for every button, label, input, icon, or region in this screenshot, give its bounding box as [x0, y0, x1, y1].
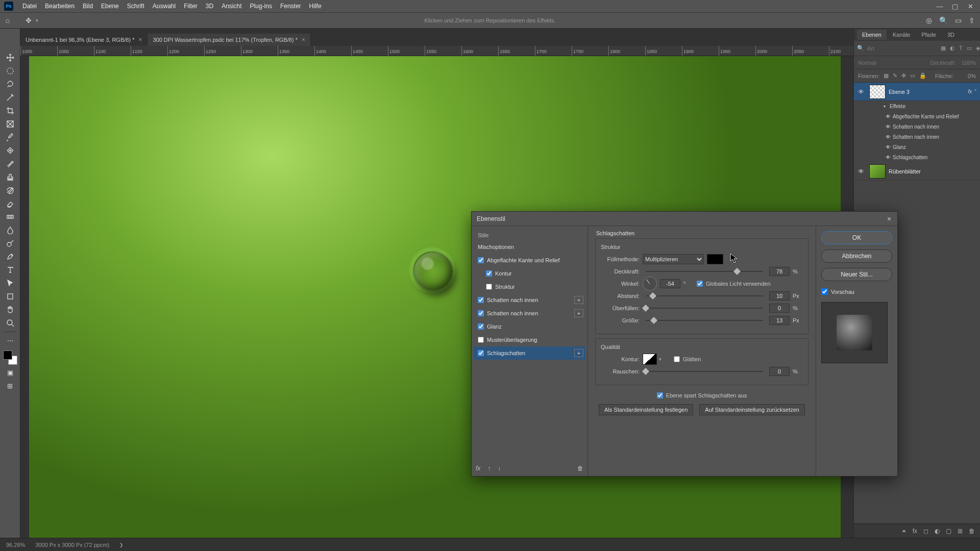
style-checkbox[interactable] — [486, 270, 492, 277]
layer-style-icon[interactable]: fx — [913, 528, 917, 535]
ok-button[interactable]: OK — [821, 231, 892, 244]
target-icon[interactable]: ◎ — [926, 16, 932, 24]
frame-tool[interactable] — [3, 117, 17, 131]
tab-close-icon[interactable]: × — [302, 36, 305, 43]
layer-effect-item[interactable]: 👁Glanz — [854, 142, 980, 152]
marquee-tool[interactable] — [3, 64, 17, 78]
foreground-background-colors[interactable] — [3, 350, 17, 365]
layer-row[interactable]: 👁Rübenblätter — [854, 162, 980, 181]
panel-tab-3d[interactable]: 3D — [942, 30, 960, 40]
spread-input[interactable] — [769, 304, 790, 313]
filter-type-icon[interactable]: T — [959, 45, 963, 52]
close-button[interactable]: ✕ — [963, 0, 978, 12]
style-list-item[interactable]: Schatten nach innen+ — [474, 307, 585, 320]
layer-effect-item[interactable]: 👁Schatten nach innen — [854, 121, 980, 132]
spread-slider[interactable] — [646, 305, 763, 312]
pen-tool[interactable] — [3, 250, 17, 263]
shadow-color-swatch[interactable] — [707, 254, 723, 264]
link-layers-icon[interactable]: ⚭ — [901, 528, 906, 535]
style-list-item[interactable]: Schatten nach innen+ — [474, 293, 585, 307]
add-style-instance-button[interactable]: + — [574, 349, 583, 357]
opacity-input[interactable] — [958, 60, 976, 66]
move-tool-indicator[interactable]: ✥ — [22, 14, 35, 27]
gradient-tool[interactable] — [3, 210, 17, 223]
opacity-slider[interactable] — [646, 268, 763, 275]
document-tab[interactable]: 300 DPI Wassertropfen.psdc bei 117% (Tro… — [148, 34, 311, 46]
dialog-close-button[interactable]: × — [884, 214, 894, 224]
document-info[interactable]: 3000 Px x 3000 Px (72 ppcm) — [35, 542, 109, 548]
menu-hilfe[interactable]: Hilfe — [305, 0, 326, 12]
search-icon[interactable]: 🔍 — [939, 16, 948, 24]
zoom-level[interactable]: 96.26% — [6, 542, 25, 548]
antialias-checkbox[interactable] — [674, 356, 680, 362]
document-tab[interactable]: Unbenannt-1 bei 96,3% (Ebene 3, RGB/8) *… — [20, 34, 148, 46]
reset-default-button[interactable]: Auf Standardeinstellung zurücksetzen — [699, 404, 805, 415]
minimize-button[interactable]: — — [932, 0, 947, 12]
status-chevron-icon[interactable]: ❯ — [119, 542, 124, 547]
move-tool[interactable] — [3, 51, 17, 64]
menu-schrift[interactable]: Schrift — [123, 0, 149, 12]
dodge-tool[interactable] — [3, 237, 17, 250]
add-style-instance-button[interactable]: + — [574, 309, 583, 317]
distance-slider[interactable] — [646, 292, 763, 299]
blur-tool[interactable] — [3, 223, 17, 237]
home-button[interactable]: ⌂ — [0, 16, 15, 24]
preview-checkbox[interactable] — [821, 288, 828, 295]
lock-position-icon[interactable]: ✥ — [901, 72, 906, 79]
size-slider[interactable] — [646, 317, 763, 324]
style-list-item[interactable]: Struktur — [474, 280, 585, 293]
fx-badge[interactable]: fx ˅ — [968, 89, 976, 94]
make-default-button[interactable]: Als Standardeinstellung festlegen — [599, 404, 693, 415]
layer-filter-input[interactable] — [867, 45, 938, 52]
delete-layer-icon[interactable]: 🗑 — [969, 528, 975, 535]
style-checkbox[interactable] — [478, 310, 484, 316]
distance-input[interactable] — [769, 291, 790, 300]
layer-effect-item[interactable]: 👁Abgeflachte Kante und Relief — [854, 111, 980, 121]
noise-input[interactable] — [769, 367, 790, 376]
adjustment-layer-icon[interactable]: ◐ — [935, 528, 940, 535]
menu-bild[interactable]: Bild — [79, 0, 97, 12]
lock-all-icon[interactable]: 🔒 — [919, 72, 926, 79]
path-select-tool[interactable] — [3, 277, 17, 290]
style-checkbox[interactable] — [478, 350, 484, 356]
filter-pixel-icon[interactable]: ▦ — [941, 45, 946, 52]
layer-name[interactable]: Ebene 3 — [889, 89, 968, 95]
add-style-instance-button[interactable]: + — [574, 296, 583, 304]
blend-mode-select[interactable]: Normal — [858, 60, 876, 66]
style-checkbox[interactable] — [478, 257, 484, 263]
layer-thumbnail[interactable] — [869, 164, 886, 179]
angle-dial[interactable] — [643, 277, 657, 291]
style-list-item[interactable]: Musterüberlagerung — [474, 333, 585, 346]
share-icon[interactable]: ⇪ — [969, 16, 975, 24]
screenmode-toggle[interactable]: ⊞ — [3, 380, 17, 391]
workspace-icon[interactable]: ▭ — [955, 16, 962, 24]
maximize-button[interactable]: ▢ — [947, 0, 963, 12]
quickmask-toggle[interactable]: ▣ — [3, 367, 17, 378]
visibility-toggle[interactable]: 👁 — [856, 88, 866, 95]
stamp-tool[interactable] — [3, 170, 17, 184]
style-list-item[interactable]: Schlagschatten+ — [474, 346, 585, 360]
crop-tool[interactable] — [3, 104, 17, 117]
menu-ebene[interactable]: Ebene — [97, 0, 123, 12]
edit-toolbar[interactable]: ⋯ — [3, 334, 17, 347]
lasso-tool[interactable] — [3, 78, 17, 91]
lock-transparency-icon[interactable]: ▦ — [884, 72, 889, 79]
style-list-item[interactable]: Kontur — [474, 267, 585, 280]
type-tool[interactable] — [3, 263, 17, 277]
filter-smart-icon[interactable]: ◈ — [976, 45, 980, 52]
blending-options-item[interactable]: Mischoptionen — [474, 240, 585, 254]
menu-plug-ins[interactable]: Plug-ins — [246, 0, 276, 12]
menu-ansicht[interactable]: Ansicht — [217, 0, 246, 12]
opacity-input[interactable] — [769, 267, 790, 276]
fx-menu-icon[interactable]: fx — [476, 465, 480, 472]
hand-tool[interactable] — [3, 303, 17, 316]
filter-adjust-icon[interactable]: ◐ — [950, 45, 955, 52]
cancel-button[interactable]: Abbrechen — [821, 249, 892, 263]
panel-tab-pfade[interactable]: Pfade — [916, 30, 941, 40]
visibility-toggle[interactable]: 👁 — [856, 168, 866, 175]
style-checkbox[interactable] — [478, 337, 484, 343]
effect-visibility-toggle[interactable]: 👁 — [884, 134, 893, 140]
style-up-icon[interactable]: ↑ — [487, 465, 491, 472]
size-input[interactable] — [769, 316, 790, 325]
menu-bearbeiten[interactable]: Bearbeiten — [41, 0, 79, 12]
